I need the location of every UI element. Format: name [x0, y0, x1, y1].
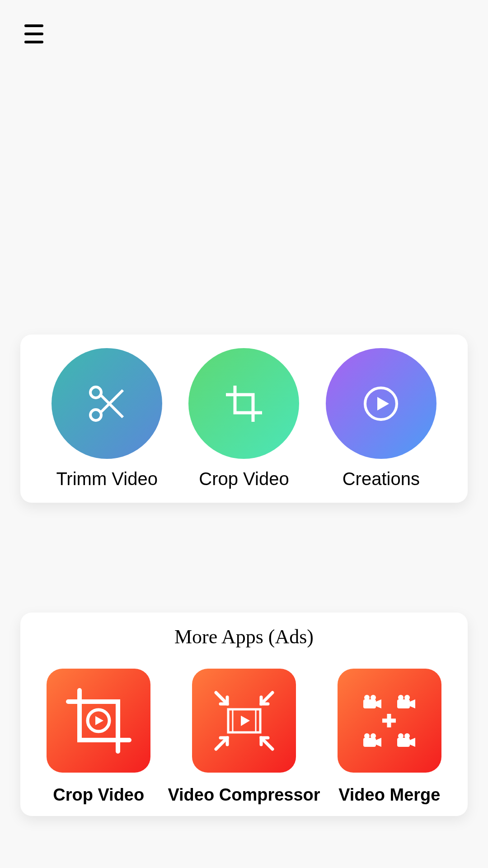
trim-video-circle — [52, 348, 162, 459]
svg-marker-7 — [95, 716, 103, 725]
creations-button[interactable]: Creations — [313, 348, 450, 489]
ad-video-compressor-button[interactable]: Video Compressor — [168, 669, 320, 805]
svg-point-26 — [364, 733, 370, 739]
svg-point-1 — [90, 410, 101, 420]
svg-line-11 — [261, 738, 272, 749]
crop-icon — [221, 381, 267, 426]
ad-crop-video-label: Crop Video — [53, 785, 144, 805]
trim-video-button[interactable]: Trimm Video — [38, 348, 175, 489]
hamburger-icon — [24, 33, 43, 35]
ad-crop-video-button[interactable]: Crop Video — [29, 669, 168, 805]
crop-video-button[interactable]: Crop Video — [175, 348, 312, 489]
svg-line-10 — [216, 738, 227, 749]
more-apps-row: Crop Video — [29, 669, 459, 805]
svg-point-22 — [398, 695, 404, 700]
merge-icon — [350, 681, 429, 760]
svg-rect-16 — [363, 699, 376, 708]
svg-point-18 — [364, 695, 370, 700]
svg-point-19 — [371, 695, 376, 700]
ad-crop-video-icon-bg — [47, 669, 150, 773]
crop-play-icon — [59, 681, 138, 760]
more-apps-card: More Apps (Ads) Crop Video — [20, 613, 468, 816]
svg-marker-25 — [376, 738, 381, 747]
ad-video-merge-button[interactable]: Video Merge — [320, 669, 459, 805]
hamburger-menu-button[interactable] — [20, 20, 47, 47]
crop-video-circle — [188, 348, 299, 459]
ad-merge-icon-bg — [338, 669, 441, 773]
svg-marker-29 — [410, 738, 415, 747]
svg-line-8 — [216, 693, 227, 704]
main-actions-card: Trimm Video Crop Video Creations — [20, 335, 468, 503]
scissors-icon — [84, 381, 130, 426]
crop-video-label: Crop Video — [199, 469, 289, 489]
hamburger-icon — [24, 41, 43, 43]
svg-line-3 — [101, 390, 123, 412]
svg-point-23 — [404, 695, 410, 700]
trim-video-label: Trimm Video — [56, 469, 158, 489]
creations-circle — [326, 348, 436, 459]
svg-rect-28 — [397, 738, 410, 747]
svg-point-0 — [90, 387, 101, 398]
ad-merge-label: Video Merge — [338, 785, 440, 805]
more-apps-title: More Apps (Ads) — [29, 625, 459, 648]
svg-point-31 — [404, 733, 410, 739]
play-circle-icon — [358, 381, 404, 426]
svg-marker-17 — [376, 699, 381, 708]
svg-point-27 — [371, 733, 376, 739]
hamburger-icon — [24, 24, 43, 27]
ad-compressor-label: Video Compressor — [168, 785, 320, 805]
svg-rect-24 — [363, 738, 376, 747]
ad-compressor-icon-bg — [192, 669, 296, 773]
svg-marker-5 — [377, 397, 389, 410]
creations-label: Creations — [343, 469, 420, 489]
svg-line-9 — [261, 693, 272, 704]
svg-rect-20 — [397, 699, 410, 708]
compress-icon — [205, 681, 284, 760]
svg-marker-21 — [410, 699, 415, 708]
svg-marker-15 — [241, 716, 250, 726]
svg-point-30 — [398, 733, 404, 739]
svg-line-2 — [101, 395, 123, 417]
